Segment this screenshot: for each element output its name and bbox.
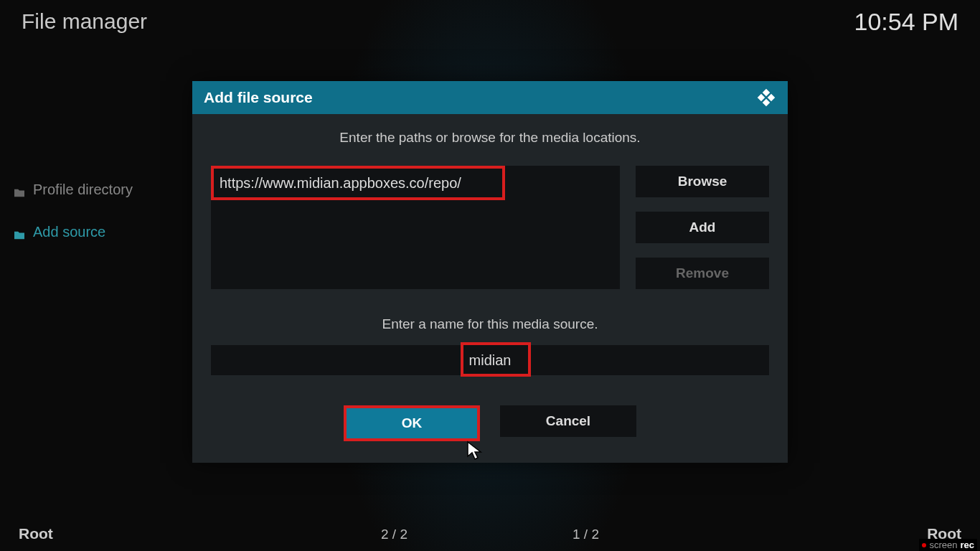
sidebar-item-add-source[interactable]: Add source [13,218,171,246]
sidebar-item-label: Profile directory [33,182,133,198]
watermark-text-b: rec [960,540,974,550]
screenrec-watermark: screenrec [919,539,977,551]
cancel-button[interactable]: Cancel [500,405,636,437]
header: File manager 10:54 PM [0,0,980,43]
paths-row: https://www.midian.appboxes.co/repo/ Bro… [211,166,769,289]
instruction-name-text: Enter a name for this media source. [211,316,769,332]
record-dot-icon [922,543,926,547]
name-input[interactable]: midian [211,345,769,375]
sidebar: Profile directory Add source [13,176,171,260]
name-input-wrap: midian [211,345,769,375]
paths-list[interactable]: https://www.midian.appboxes.co/repo/ [211,166,620,289]
sidebar-item-label: Add source [33,224,105,240]
footer-left-label: Root [19,525,53,542]
dialog-header: Add file source [192,81,788,114]
folder-icon [13,227,26,237]
add-button[interactable]: Add [636,212,769,243]
clock: 10:54 PM [854,8,958,36]
dialog-body: Enter the paths or browse for the media … [192,114,788,463]
page-title: File manager [22,9,147,34]
add-file-source-dialog: Add file source Enter the paths or brows… [192,81,788,463]
folder-icon [13,185,26,195]
dialog-actions: OK Cancel [211,405,769,441]
kodi-logo-icon [756,88,776,108]
sidebar-item-profile-directory[interactable]: Profile directory [13,176,171,204]
browse-button[interactable]: Browse [636,166,769,197]
side-buttons: Browse Add Remove [636,166,769,289]
dialog-title: Add file source [204,89,313,106]
instruction-text: Enter the paths or browse for the media … [211,130,769,146]
footer: Root Root [0,525,980,542]
path-input[interactable]: https://www.midian.appboxes.co/repo/ [211,166,505,200]
ok-button[interactable]: OK [344,405,480,441]
watermark-text-a: screen [929,540,957,550]
remove-button[interactable]: Remove [636,258,769,289]
